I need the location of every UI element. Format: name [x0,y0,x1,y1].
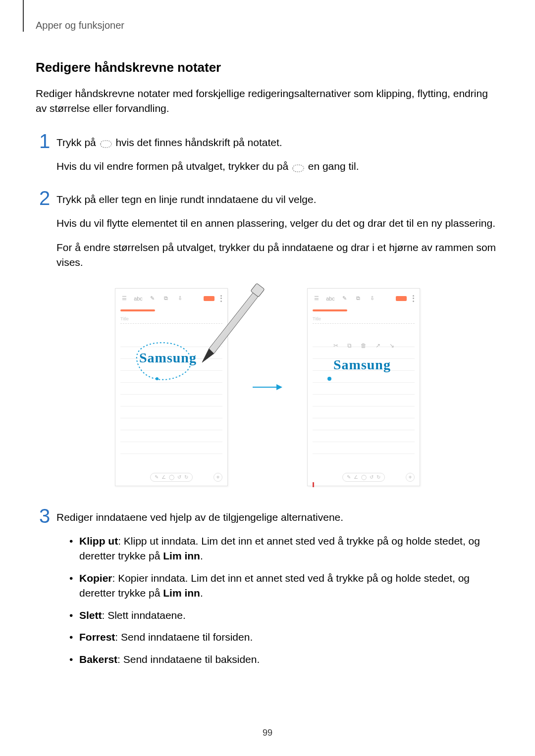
recent-underline [120,309,155,311]
toolbar-icon: ☰ [313,295,321,302]
step-2-line-3: For å endre størrelsen på utvalget, tryk… [56,240,499,270]
delete-icon: 🗑 [361,342,367,349]
cut-icon: ✂ [333,342,338,349]
add-button-icon: + [406,473,415,482]
section-title: Redigere håndskrevne notater [36,60,499,75]
toolbar-icon: ⧉ [354,295,362,302]
toolbar-icon: ✎ [340,295,348,302]
step-number: 1 [36,131,54,151]
selection-context-menu: ✂ ⧉ 🗑 ↗ ↘ [320,342,408,349]
option-front-text: : Send inndataene til forsiden. [115,631,253,643]
step-1-line-1: Trykk på hvis det finnes håndskrift på n… [56,135,499,150]
to-back-icon: ↘ [389,342,394,349]
arrow-icon [253,382,282,392]
illus-toolbar-left: ☰ abc ✎ ⧉ ⇩ [115,292,227,305]
page-content: Apper og funksjoner Redigere håndskrevne… [0,0,535,674]
toolbar-icon: abc [326,295,334,302]
step-1-text-a: Trykk på [56,137,99,148]
step-3: 3 Rediger inndataene ved hjelp av de til… [36,506,499,674]
more-icon [413,295,415,302]
illus-screen-left: ☰ abc ✎ ⧉ ⇩ Title [115,288,228,486]
illustration: ☰ abc ✎ ⧉ ⇩ Title [36,288,499,486]
option-back-label: Bakerst [79,654,117,665]
option-copy-label: Kopier [79,572,112,584]
option-front: Forrest: Send inndataene til forsiden. [68,630,499,645]
step-2-line-2: Hvis du vil flytte elementet til en anne… [56,216,499,231]
option-copy: Kopier: Kopier inndata. Lim det inn et a… [68,571,499,601]
save-badge [204,296,214,301]
illus-toolbar-right: ☰ abc ✎ ⧉ ⇩ [308,292,420,305]
toolbar-icon: ⧉ [162,295,170,302]
page-number: 99 [0,728,535,738]
step-1: 1 Trykk på hvis det finnes håndskrift på… [36,131,499,183]
step-1-text-c: Hvis du vil endre formen på utvalget, tr… [56,160,291,172]
option-cut-text: : Klipp ut inndata. Lim det inn et annet… [79,535,480,561]
tool-pill: ✎ ∠ ◯ ↺ ↻ [342,473,385,482]
option-copy-text: : Kopier inndata. Lim det inn et annet s… [79,572,470,599]
selection-icon [291,162,305,171]
step-2-line-1: Trykk på eller tegn en linje rundt innda… [56,192,499,207]
option-cut-label: Klipp ut [79,535,118,547]
option-back: Bakerst: Send inndataene til baksiden. [68,652,499,667]
step-2: 2 Trykk på eller tegn en linje rundt inn… [36,188,499,279]
step-number: 3 [36,506,54,526]
intro-paragraph: Rediger håndskrevne notater med forskjel… [36,86,499,116]
svg-point-0 [156,377,159,380]
option-back-text: : Send inndataene til baksiden. [117,654,260,665]
tool-pill: ✎ ∠ ◯ ↺ ↻ [150,473,193,482]
more-icon [220,295,222,302]
selection-icon [99,138,113,147]
step-1-line-2: Hvis du vil endre formen på utvalget, tr… [56,159,499,174]
bottom-tools: ✎ ∠ ◯ ↺ ↻ + [120,473,222,482]
option-copy-end: . [200,587,203,599]
toolbar-icon: ⇩ [176,295,184,302]
selection-handle-icon [327,377,331,381]
step-1-text-d: en gang til. [308,160,359,172]
step-1-text-b: hvis det finnes håndskrift på notatet. [115,137,282,148]
illus-screen-right: ☰ abc ✎ ⧉ ⇩ Title ✂ ⧉ 🗑 [307,288,420,486]
bottom-tools: ✎ ∠ ◯ ↺ ↻ + [313,473,415,482]
option-front-label: Forrest [79,631,115,643]
handwriting-left: Samsung [139,350,197,366]
title-rule [120,323,222,324]
toolbar-icon: ✎ [148,295,156,302]
breadcrumb: Apper og funksjoner [36,20,499,31]
handwriting-right: Samsung [333,357,391,373]
title-placeholder: Title [313,316,321,321]
save-badge [396,296,407,301]
toolbar-icon: abc [134,295,142,302]
writing-area [313,335,415,463]
option-cut-end: . [200,550,203,561]
title-placeholder: Title [120,316,129,321]
step-3-line-1: Rediger inndataene ved hjelp av de tilgj… [56,510,499,525]
step-number: 2 [36,188,54,208]
paste-label: Lim inn [163,587,200,599]
svg-marker-2 [276,384,282,390]
option-delete-text: : Slett inndataene. [102,609,186,621]
toolbar-icon: ☰ [120,295,128,302]
to-front-icon: ↗ [375,342,380,349]
toolbar-icon: ⇩ [368,295,376,302]
copy-icon: ⧉ [347,342,352,349]
option-delete-label: Slett [79,609,102,621]
paste-label: Lim inn [163,550,200,561]
recent-underline [313,309,347,311]
left-margin-rule [23,0,24,32]
cursor-indicator [313,482,314,487]
add-button-icon: + [214,473,222,482]
title-rule [313,323,415,324]
option-cut: Klipp ut: Klipp ut inndata. Lim det inn … [68,534,499,564]
options-list: Klipp ut: Klipp ut inndata. Lim det inn … [56,534,499,667]
option-delete: Slett: Slett inndataene. [68,608,499,623]
